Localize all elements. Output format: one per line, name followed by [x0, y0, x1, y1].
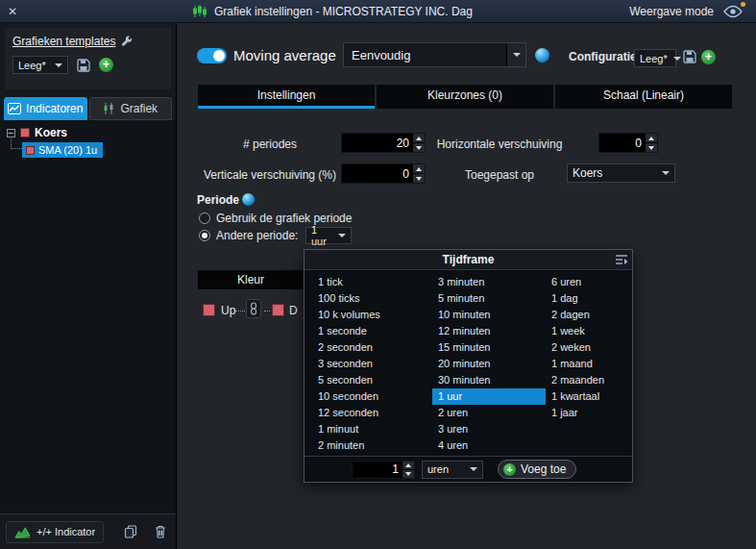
config-select[interactable]: Leeg* — [634, 49, 676, 67]
ma-type-select[interactable]: Eenvoudig — [343, 42, 526, 67]
timeframe-option[interactable]: 1 tick — [312, 274, 432, 290]
periods-input[interactable] — [342, 134, 412, 152]
titlebar: ✕ Grafiek instellingen - MICROSTRATEGY I… — [0, 0, 756, 23]
timeframe-option[interactable]: 100 ticks — [312, 290, 432, 307]
count-field — [352, 461, 415, 479]
timeframe-option[interactable]: 10 seconden — [312, 388, 432, 405]
eye-icon[interactable] — [723, 5, 743, 18]
add-config-button[interactable] — [701, 50, 716, 64]
tab-kleurzones[interactable]: Kleurzones (0) — [377, 85, 553, 109]
timeframe-option[interactable]: 1 week — [546, 323, 626, 339]
copy-icon[interactable] — [121, 522, 140, 541]
vshift-field — [341, 163, 426, 184]
count-input[interactable] — [353, 462, 402, 478]
spinner-up-icon[interactable] — [413, 164, 425, 173]
timeframe-option[interactable]: 2 uren — [432, 405, 546, 421]
radio-chart-period[interactable] — [199, 212, 210, 224]
close-icon[interactable]: ✕ — [8, 5, 27, 18]
list-menu-icon[interactable] — [615, 254, 628, 265]
indicator-name-label: Moving average — [233, 47, 336, 63]
divider — [235, 311, 245, 312]
add-timeframe-button[interactable]: Voeg toe — [498, 460, 576, 479]
timeframe-option[interactable]: 3 minuten — [432, 274, 546, 290]
tree-item-sma[interactable]: SMA (20) 1u — [22, 142, 103, 158]
tab-instellingen[interactable]: Instellingen — [198, 85, 375, 109]
applied-select[interactable]: Koers — [567, 163, 675, 183]
settings-tabs: Instellingen Kleurzones (0) Schaal (Line… — [198, 85, 732, 109]
spinner-up-icon[interactable] — [413, 134, 425, 142]
unit-select-value: uren — [427, 463, 449, 475]
popup-footer: uren Voeg toe — [305, 456, 632, 482]
timeframe-option[interactable]: 5 minuten — [432, 290, 546, 307]
spinner-down-icon[interactable] — [646, 143, 657, 152]
tab-grafiek[interactable]: Grafiek — [89, 97, 173, 120]
add-template-button[interactable] — [99, 58, 113, 72]
spinner-up-icon[interactable] — [646, 134, 657, 142]
up-color-swatch[interactable] — [203, 304, 215, 316]
timeframe-option[interactable]: 20 minuten — [432, 356, 546, 372]
timeframe-option[interactable]: 1 seconde — [312, 323, 432, 339]
timeframe-option[interactable]: 3 seconden — [312, 356, 432, 372]
add-timeframe-label: Voeg toe — [521, 462, 566, 476]
candlestick-chart-icon — [192, 5, 207, 18]
save-config-icon[interactable] — [683, 50, 696, 63]
unit-select[interactable]: uren — [422, 461, 483, 479]
timeframe-option[interactable]: 2 dagen — [546, 307, 626, 323]
add-indicator-button[interactable]: +/+ Indicator — [6, 521, 104, 543]
timeframe-option[interactable]: 1 kwartaal — [546, 388, 626, 405]
timeframe-option[interactable]: 2 weken — [546, 339, 626, 356]
spinner-down-icon[interactable] — [402, 470, 414, 478]
timeframe-option[interactable]: 6 uren — [546, 274, 626, 290]
chevron-down-icon — [338, 234, 346, 237]
tab-schaal[interactable]: Schaal (Lineair) — [555, 85, 732, 109]
line-chart-icon — [8, 103, 21, 114]
kleur-header: Kleur — [198, 270, 304, 289]
vshift-input[interactable] — [342, 164, 412, 183]
timeframe-option[interactable]: 30 minuten — [432, 372, 546, 388]
configuratie-label: Configuratie: — [569, 50, 641, 63]
info-sphere-icon[interactable] — [242, 193, 255, 206]
tree-item-koers-label: Koers — [35, 126, 67, 139]
window-title: Grafiek instellingen - MICROSTRATEGY INC… — [214, 5, 473, 18]
timeframe-option[interactable]: 15 minuten — [432, 339, 546, 356]
timeframe-option[interactable]: 4 uren — [432, 437, 546, 454]
other-period-select[interactable]: 1 uur — [305, 227, 352, 244]
templates-label[interactable]: Grafieken templates — [12, 35, 115, 48]
timeframe-option[interactable]: 12 seconden — [312, 405, 432, 421]
other-period-value: 1 uur — [311, 224, 332, 247]
timeframe-option[interactable]: 2 seconden — [312, 339, 432, 356]
timeframe-option[interactable]: 1 minuut — [312, 421, 432, 437]
spinner — [645, 134, 657, 152]
down-color-swatch[interactable] — [272, 304, 284, 316]
moving-average-toggle[interactable] — [197, 48, 227, 63]
timeframe-option[interactable]: 3 uren — [432, 421, 546, 437]
periode-label: Periode — [197, 193, 239, 207]
down-label: D — [289, 304, 298, 317]
tree-item-sma-label: SMA (20) 1u — [38, 144, 97, 156]
chevron-down-icon — [673, 57, 681, 61]
timeframe-option[interactable]: 5 seconden — [312, 372, 432, 388]
timeframe-option[interactable]: 2 minuten — [312, 437, 432, 454]
trash-icon[interactable] — [152, 522, 169, 541]
timeframe-option[interactable]: 1 uur — [432, 388, 546, 405]
hshift-input[interactable] — [599, 134, 645, 152]
timeframe-option[interactable]: 12 minuten — [432, 323, 546, 339]
timeframe-option[interactable]: 10 minuten — [432, 307, 546, 323]
timeframe-option[interactable]: 1 dag — [546, 290, 626, 307]
spinner-down-icon[interactable] — [413, 143, 425, 152]
wrench-icon[interactable] — [121, 36, 133, 47]
spinner-down-icon[interactable] — [413, 174, 425, 183]
save-template-icon[interactable] — [77, 59, 90, 72]
timeframe-option[interactable]: 2 maanden — [546, 372, 626, 388]
spinner-up-icon[interactable] — [402, 462, 414, 469]
radio-other-period[interactable] — [199, 230, 210, 241]
timeframe-option[interactable]: 1 maand — [546, 356, 626, 372]
link-colors-icon[interactable] — [246, 299, 261, 318]
info-sphere-icon[interactable] — [535, 48, 549, 62]
timeframe-option[interactable]: 1 jaar — [546, 405, 626, 421]
spinner — [412, 134, 425, 152]
template-select[interactable]: Leeg* — [12, 56, 68, 74]
tab-indicatoren[interactable]: Indicatoren — [4, 97, 87, 120]
timeframe-option[interactable]: 10 k volumes — [312, 307, 432, 323]
radio-other-period-label: Andere periode: — [216, 229, 298, 242]
